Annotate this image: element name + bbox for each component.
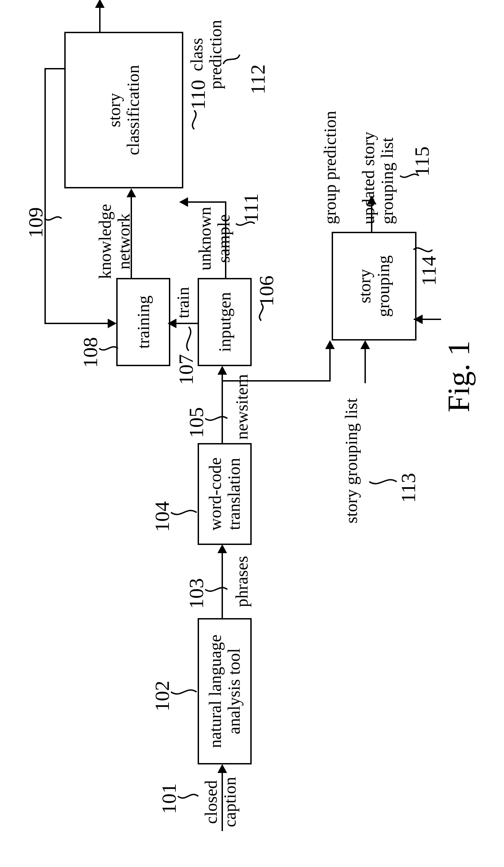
edge-nlp-wc [222,553,223,618]
ref-110-squiggle [190,110,198,129]
edge-us-v [187,201,226,203]
figure-canvas: natural language analysis tool word-code… [0,0,504,867]
edge-wc-inp [222,375,223,443]
edge-sgl-arrow [361,340,370,349]
edge-train-arrow [168,319,176,328]
ref-102-squiggle [171,688,196,696]
edge-news-down [222,380,329,382]
ref-109: 109 [24,207,47,238]
edge-kn [131,197,132,278]
phrases-edge-label: phrases [233,556,251,607]
ref-105-squiggle [205,414,227,422]
newsitem-edge-label: newsitem [233,374,251,440]
closed-caption-input: closed caption [202,771,239,833]
edge-us-h [225,203,226,278]
edge-class-out [99,8,100,32]
ref-108-squiggle [99,344,118,352]
edge-sgl [364,349,366,383]
edge-train [176,323,197,324]
ref-110: 110 [186,80,210,110]
edge-cc-nlp-arrow [217,764,227,773]
word-code-label: word-code translation [206,458,244,531]
nlp-tool-label: natural language analysis tool [206,634,244,748]
ref-105: 105 [185,407,208,438]
ref-114: 114 [417,256,441,286]
group-prediction-output: group prediction [321,111,340,224]
ref-112: 112 [246,64,270,94]
knowledge-network-edge-label: knowledge network [96,204,133,279]
edge-cc-nlp [222,773,223,804]
training-block: training [116,278,170,366]
updated-list-output: updated story grouping list [359,132,397,224]
ref-103: 103 [185,578,208,609]
word-code-block: word-code translation [197,443,252,545]
story-classification-label: story classification [105,65,142,155]
ref-102: 102 [150,681,174,711]
edge-class-out-arrow [95,0,105,8]
ref-101-squiggle [178,792,198,800]
ref-113-squiggle [369,478,397,486]
ref-103-squiggle [205,585,227,593]
edge-news-sg-arrow [325,340,335,349]
ref-106-squiggle [257,303,265,321]
nlp-tool-block: natural language analysis tool [197,618,252,764]
story-grouping-label: story grouping [355,255,393,317]
ref-107: 107 [174,354,198,385]
story-grouping-block: story grouping [332,232,417,341]
edge-fb-v1 [44,68,64,69]
edge-fb-h [44,68,46,324]
ref-107-squiggle [185,327,193,351]
figure-caption: Fig. 1 [441,341,476,412]
edge-sg-out-arrow [367,195,376,204]
edge-us-arrow [179,197,188,207]
ref-106: 106 [255,276,278,306]
class-prediction-output: class prediction [187,20,225,89]
ref-115-squiggle [400,172,419,180]
edge-sg-in2-arrow [414,314,422,324]
train-edge-label: train [174,287,193,318]
edge-fb-v2 [44,323,108,324]
ref-114-squiggle [414,246,432,254]
story-grouping-list-input: story grouping list [342,398,361,523]
ref-104: 104 [150,501,174,532]
unknown-sample-edge-label: unknown sample [196,207,233,270]
story-classification-block: story classification [64,32,183,189]
ref-101: 101 [157,783,181,814]
ref-111: 111 [239,193,263,223]
edge-nlp-wc-arrow [217,544,227,553]
ref-108: 108 [79,337,102,368]
closed-caption-divider [222,802,223,831]
ref-113: 113 [397,473,420,503]
inputgen-label: inputgen [215,292,234,352]
edge-news-sg [329,349,331,382]
edge-wc-inp-arrow [217,366,227,375]
training-label: training [134,296,153,349]
edge-sg-out [371,204,372,232]
ref-104-squiggle [171,509,196,516]
ref-111-squiggle [236,220,255,228]
inputgen-block: inputgen [197,278,252,366]
ref-109-squiggle [44,214,62,223]
edge-kn-arrow [127,189,136,197]
edge-fb-arrow [108,319,117,328]
